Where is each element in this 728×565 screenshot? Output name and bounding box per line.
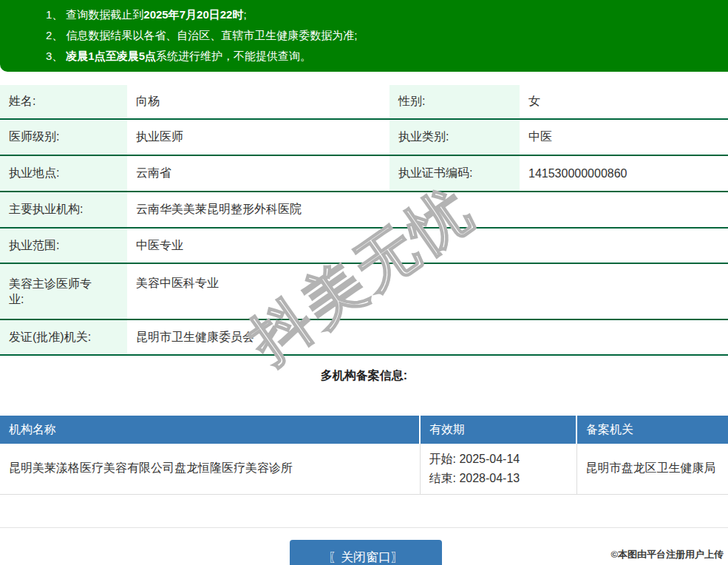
certificate-no-label: 执业证书编码: [389, 155, 520, 192]
notice-text-bold: 2025年7月20日22时 [143, 8, 243, 21]
filing-authority-cell: 昆明市盘龙区卫生健康局 [576, 444, 728, 494]
notice-line-3: 3、凌晨1点至凌晨5点系统进行维护，不能提供查询。 [46, 46, 713, 67]
notice-text: ; [243, 8, 246, 21]
cosmetic-specialty-label: 美容主诊医师专业: [0, 263, 127, 319]
notice-text: 查询数据截止到 [66, 8, 143, 21]
name-value: 向杨 [127, 85, 389, 119]
org-name-cell: 昆明美莱漾格医疗美容有限公司盘龙恒隆医疗美容诊所 [0, 444, 420, 494]
practice-scope-value: 中医专业 [127, 228, 728, 263]
table-header-row: 机构名称 有效期 备案机关 [0, 416, 728, 444]
multi-org-section-title: 多机构备案信息: [0, 368, 728, 384]
gender-label: 性别: [389, 85, 520, 119]
upload-note: ©本图由平台注册用户上传 [610, 548, 724, 561]
gender-value: 女 [520, 85, 728, 119]
name-label: 姓名: [0, 85, 127, 119]
cosmetic-specialty-label-text: 美容主诊医师专业: [9, 276, 96, 307]
profile-table: 姓名: 向杨 性别: 女 医师级别: 执业医师 执业类别: 中医 执业地点: 云… [0, 85, 728, 356]
practice-category-value: 中医 [520, 119, 728, 155]
filing-authority-header: 备案机关 [576, 416, 728, 444]
table-row: 医师级别: 执业医师 执业类别: 中医 [0, 119, 728, 155]
doctor-level-label: 医师级别: [0, 119, 127, 155]
practice-scope-label: 执业范围: [0, 228, 127, 263]
validity-header: 有效期 [420, 416, 576, 444]
primary-org-value: 云南华美美莱昆明整形外科医院 [127, 192, 728, 228]
table-row: 美容主诊医师专业: 美容中医科专业 [0, 263, 728, 319]
notice-line-2: 2、信息数据结果以各省、自治区、直辖市卫生健康委数据为准; [46, 25, 713, 46]
certificate-no-value: 141530000000860 [520, 155, 728, 192]
notice-text-bold: 凌晨1点至凌晨5点 [66, 50, 156, 62]
table-row: 执业范围: 中医专业 [0, 228, 728, 263]
notice-bar: 1、查询数据截止到2025年7月20日22时; 2、信息数据结果以各省、自治区、… [0, 0, 728, 72]
notice-text: 系统进行维护，不能提供查询。 [156, 50, 311, 62]
notice-number: 3、 [46, 50, 63, 62]
validity-cell: 开始: 2025-04-14 结束: 2028-04-13 [420, 444, 576, 494]
close-window-button[interactable]: 〖关闭窗口〗 [290, 540, 442, 565]
cosmetic-specialty-value: 美容中医科专业 [127, 263, 728, 319]
org-name-header: 机构名称 [0, 416, 420, 444]
notice-text: 信息数据结果以各省、自治区、直辖市卫生健康委数据为准; [66, 29, 357, 41]
validity-start: 开始: 2025-04-14 [429, 450, 568, 469]
notice-number: 2、 [46, 29, 63, 41]
primary-org-label: 主要执业机构: [0, 192, 127, 228]
issuing-authority-value: 昆明市卫生健康委员会 [127, 319, 728, 355]
table-row: 发证(批准)机关: 昆明市卫生健康委员会 [0, 319, 728, 355]
notice-number: 1、 [46, 8, 63, 21]
table-row: 昆明美莱漾格医疗美容有限公司盘龙恒隆医疗美容诊所 开始: 2025-04-14 … [0, 444, 728, 494]
doctor-level-value: 执业医师 [127, 119, 389, 155]
table-row: 姓名: 向杨 性别: 女 [0, 85, 728, 119]
validity-end: 结束: 2028-04-13 [429, 469, 568, 488]
table-row: 主要执业机构: 云南华美美莱昆明整形外科医院 [0, 192, 728, 228]
practice-category-label: 执业类别: [389, 119, 520, 155]
issuing-authority-label: 发证(批准)机关: [0, 319, 127, 355]
table-row: 执业地点: 云南省 执业证书编码: 141530000000860 [0, 155, 728, 192]
practice-location-label: 执业地点: [0, 155, 127, 192]
footer-divider [0, 527, 728, 528]
multi-org-table: 机构名称 有效期 备案机关 昆明美莱漾格医疗美容有限公司盘龙恒隆医疗美容诊所 开… [0, 416, 728, 495]
practice-location-value: 云南省 [127, 155, 389, 192]
notice-line-1: 1、查询数据截止到2025年7月20日22时; [46, 4, 713, 25]
